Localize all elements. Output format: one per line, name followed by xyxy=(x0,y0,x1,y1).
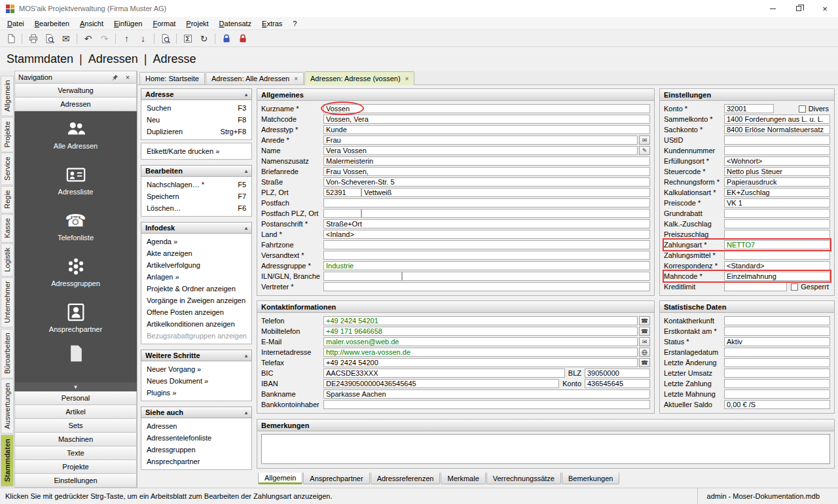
bottom-tab-adressreferenzen[interactable]: Adressreferenzen xyxy=(371,473,441,484)
input-kalk-zuschlag[interactable] xyxy=(724,219,830,228)
nav-item-verwaltung[interactable]: Verwaltung xyxy=(14,84,137,98)
section-header-siehe-auch[interactable]: Siehe auch▴ xyxy=(141,406,252,418)
bottom-tab-ansprechpartner[interactable]: Ansprechpartner xyxy=(303,473,369,484)
bottom-tab-bemerkungen[interactable]: Bemerkungen xyxy=(562,473,620,484)
nav-item-telefonliste[interactable]: ☎Telefonliste xyxy=(14,203,137,249)
input-erstkontakt-am[interactable] xyxy=(724,327,830,336)
input-iban[interactable]: 436545645 xyxy=(585,379,650,388)
compose-mail-button[interactable]: ✉ xyxy=(639,337,650,346)
input-letzte-änderung[interactable] xyxy=(724,358,830,367)
input-preiszuschlag[interactable] xyxy=(724,230,830,239)
search-button[interactable] xyxy=(158,31,173,46)
menu-format[interactable]: Format xyxy=(147,18,181,29)
input-preiscode[interactable]: VK 1 xyxy=(724,198,830,207)
input-bic[interactable]: AACSDE33XXX xyxy=(323,369,565,378)
task-projekte-ordner-anzeigen[interactable]: Projekte & Ordner anzeigen xyxy=(141,283,251,295)
vertical-tab-service[interactable]: Service xyxy=(1,153,14,185)
vertical-tab-regie[interactable]: Regie xyxy=(1,186,14,213)
task-agenda[interactable]: Agenda » xyxy=(141,236,251,247)
edit-name-button[interactable]: ✎ xyxy=(639,146,650,155)
task-akte-anzeigen[interactable]: Akte anzeigen xyxy=(141,247,251,259)
tab-adressen-alle-adressen[interactable]: Adressen: Alle Adressen× xyxy=(206,72,304,84)
nav-item-adressgruppen[interactable]: Adressgruppen xyxy=(14,249,137,295)
nav-item-projekte[interactable]: Projekte xyxy=(14,460,137,474)
task-artikelverfolgung[interactable]: Artikelverfolgung xyxy=(141,259,251,271)
input-bankname[interactable]: Sparkasse Aachen xyxy=(323,389,650,399)
dial-fax-button[interactable]: ☎ xyxy=(639,358,650,367)
nav-scroll-down-button[interactable]: ▼ xyxy=(14,382,137,391)
section-header-adresse[interactable]: Adresse▴ xyxy=(141,88,252,100)
menu-hilfe[interactable]: ? xyxy=(287,18,302,29)
restore-button[interactable] xyxy=(786,0,812,17)
input-anrede[interactable]: Frau xyxy=(323,135,638,145)
dial-mobile-button[interactable]: ☎ xyxy=(639,327,650,336)
input-plz-ort[interactable]: 52391 xyxy=(323,188,361,197)
input-steuercode[interactable]: Netto plus Steuer xyxy=(724,167,830,176)
input-mahncode[interactable]: Einzelmahnung xyxy=(724,272,830,281)
input-adresstyp[interactable]: Kunde xyxy=(323,125,650,134)
input-e-mail[interactable]: maler.vossen@web.de xyxy=(323,337,638,346)
input-postanschrift[interactable]: Straße+Ort xyxy=(323,219,650,228)
input-kontaktherkunft[interactable] xyxy=(724,316,830,325)
task-duplizieren[interactable]: DuplizierenStrg+F8 xyxy=(141,126,251,137)
undo-button[interactable]: ↶ xyxy=(81,31,96,46)
tab-home-startseite[interactable]: Home: Startseite xyxy=(139,72,205,84)
task-speichern[interactable]: SpeichernF7 xyxy=(141,190,251,202)
bottom-tab-merkmale[interactable]: Merkmale xyxy=(441,473,485,484)
checkbox-divers[interactable]: Divers xyxy=(799,105,829,113)
input-plz-ort[interactable]: Vettweiß xyxy=(361,188,650,197)
task-neuer-vorgang[interactable]: Neuer Vorgang » xyxy=(141,363,251,375)
lock-blue-button[interactable] xyxy=(219,31,234,46)
input-straße[interactable]: Von-Scheveren-Str. 5 xyxy=(323,177,650,187)
input-letzte-zahlung[interactable] xyxy=(724,379,830,388)
input-zahlungsmittel[interactable] xyxy=(724,251,830,260)
vertical-tab-büroarbeiten[interactable]: Büroarbeiten xyxy=(1,329,14,378)
minimize-button[interactable] xyxy=(759,0,786,17)
close-tab-icon[interactable]: × xyxy=(405,75,409,82)
input-status[interactable]: Aktiv xyxy=(724,337,830,346)
input-bankkontoinhaber[interactable] xyxy=(323,400,650,409)
close-button[interactable]: × xyxy=(812,0,838,17)
section-header-bearbeiten[interactable]: Bearbeiten▴ xyxy=(141,165,252,177)
lock-red-button[interactable] xyxy=(235,31,250,46)
task-adressentelefonliste[interactable]: Adressentelefonliste xyxy=(141,432,251,444)
edit-salutation-button[interactable]: ✉ xyxy=(639,135,650,145)
next-record-button[interactable]: ↓ xyxy=(136,31,151,46)
menu-extras[interactable]: Extras xyxy=(257,18,287,29)
print-button[interactable] xyxy=(26,31,41,46)
task-löschen[interactable]: Löschen…F6 xyxy=(141,202,251,214)
task-plugins[interactable]: Plugins » xyxy=(141,387,251,399)
input-grundrabatt[interactable] xyxy=(724,209,830,218)
nav-item-artikel[interactable]: Artikel xyxy=(14,405,137,419)
task-vorgänge-in-zweigen-anzeigen[interactable]: Vorgänge in Zweigen anzeigen xyxy=(141,295,251,306)
input-fahrtzone[interactable] xyxy=(323,240,650,249)
bemerkungen-input[interactable] xyxy=(261,434,830,464)
input-namenszusatz[interactable]: Malermeisterin xyxy=(323,156,650,166)
vertical-tab-stammdaten[interactable]: Stammdaten xyxy=(1,435,14,486)
bottom-tab-verrechnungssätze[interactable]: Verrechnungssätze xyxy=(486,473,561,484)
nav-item-maschinen[interactable]: Maschinen xyxy=(14,433,137,446)
input-vertreter[interactable] xyxy=(323,282,650,291)
nav-item-alle-adressen[interactable]: Alle Adressen xyxy=(14,111,137,157)
section-header-weitere-schritte[interactable]: Weitere Schritte▴ xyxy=(141,350,252,361)
input-sachkonto[interactable]: 8400 Erlöse Normalsteuersatz xyxy=(724,125,830,134)
input-aktueller-saldo[interactable]: 0,00 € /S xyxy=(724,400,830,409)
input-erfüllungsort[interactable]: <Wohnort> xyxy=(724,156,830,166)
input-kalkulationsart[interactable]: EK+Zuschlag xyxy=(724,188,830,197)
nav-item-adressliste[interactable]: Adressliste xyxy=(14,157,137,203)
send-mail-button[interactable]: ✉ xyxy=(58,31,73,46)
input-name[interactable]: Vera Vossen xyxy=(323,146,638,155)
nav-item-sets[interactable]: Sets xyxy=(14,419,137,433)
input-versandtext[interactable] xyxy=(323,251,650,260)
task-ansprechpartner[interactable]: Ansprechpartner xyxy=(141,456,251,467)
input-iln-gln-branche[interactable] xyxy=(323,272,402,281)
menu-ansicht[interactable]: Ansicht xyxy=(75,18,109,29)
dial-phone-button[interactable]: ☎ xyxy=(639,316,650,325)
input-adressgruppe[interactable]: Industrie xyxy=(323,261,650,270)
input-kreditlimit[interactable] xyxy=(724,282,787,291)
close-tab-icon[interactable]: × xyxy=(294,75,298,82)
task-offene-posten-anzeigen[interactable]: Offene Posten anzeigen xyxy=(141,306,251,318)
nav-item-ansprechpartner[interactable]: Ansprechpartner xyxy=(14,295,137,340)
task-etikett-karte-drucken[interactable]: Etikett/Karte drucken » xyxy=(141,145,251,157)
close-navigation-button[interactable]: × xyxy=(122,72,133,82)
